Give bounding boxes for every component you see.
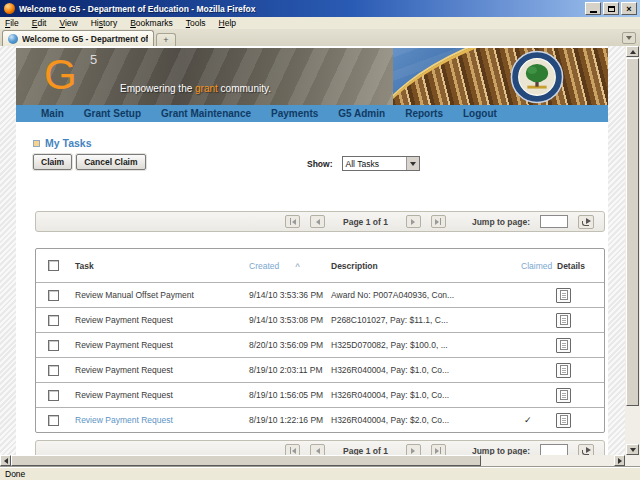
row-checkbox[interactable] xyxy=(48,390,59,401)
vertical-scrollbar[interactable] xyxy=(625,46,640,455)
table-row: Review Payment Request 8/19/10 1:22:16 P… xyxy=(36,407,604,432)
arrow-down-icon xyxy=(630,448,636,452)
tasks-table: Task Created^ Description Claimed Detail… xyxy=(35,248,605,433)
next-page-button[interactable] xyxy=(406,444,421,455)
page-favicon-icon xyxy=(8,34,18,44)
row-checkbox[interactable] xyxy=(48,315,59,326)
next-page-button[interactable] xyxy=(406,215,421,228)
list-all-tabs-button[interactable] xyxy=(622,32,636,44)
menu-item-help[interactable]: Help xyxy=(219,18,237,28)
status-text: Done xyxy=(5,469,25,479)
created-cell: 8/19/10 1:56:05 PM xyxy=(244,390,326,400)
show-filter: Show: All Tasks xyxy=(307,156,420,171)
banner-right-panel xyxy=(393,48,608,105)
tab-title: Welcome to G5 - Department of Edu... xyxy=(22,34,148,44)
details-button[interactable] xyxy=(556,338,571,353)
page-viewport: G 5 Empowering the grant community. xyxy=(0,46,625,455)
description-cell: H325D070082, Pay: $100.0, ... xyxy=(326,340,516,350)
task-cell: Review Payment Request xyxy=(70,365,244,375)
jump-to-page-label: Jump to page: xyxy=(472,446,530,456)
task-cell[interactable]: Review Payment Request xyxy=(70,415,244,425)
details-button[interactable] xyxy=(556,388,571,403)
menu-item-tools[interactable]: Tools xyxy=(186,18,206,28)
jump-to-page-input[interactable] xyxy=(540,444,568,455)
new-tab-button[interactable]: + xyxy=(156,33,176,46)
document-icon xyxy=(560,290,568,300)
col-header-claimed[interactable]: Claimed xyxy=(516,261,552,271)
vertical-scroll-thumb[interactable] xyxy=(626,58,639,406)
nav-item-grant-setup[interactable]: Grant Setup xyxy=(84,108,141,119)
first-page-button[interactable] xyxy=(285,215,300,228)
action-buttons: Claim Cancel Claim xyxy=(33,154,146,170)
pagination-bar-bottom: Page 1 of 1 Jump to page: xyxy=(35,440,605,455)
menu-item-edit[interactable]: Edit xyxy=(32,18,47,28)
col-header-task: Task xyxy=(70,261,244,271)
table-row: Review Payment Request 8/20/10 3:56:09 P… xyxy=(36,332,604,357)
table-body: Review Manual Offset Payment 9/14/10 3:5… xyxy=(36,282,604,432)
details-button[interactable] xyxy=(556,288,571,303)
scroll-up-button[interactable] xyxy=(626,46,639,57)
claim-button[interactable]: Claim xyxy=(33,154,72,170)
row-checkbox[interactable] xyxy=(48,415,59,426)
last-page-button[interactable] xyxy=(431,215,446,228)
minimize-button[interactable] xyxy=(585,2,601,15)
nav-item-reports[interactable]: Reports xyxy=(405,108,443,119)
jump-to-page-input[interactable] xyxy=(540,215,568,228)
prev-page-button[interactable] xyxy=(310,444,325,455)
details-button[interactable] xyxy=(556,313,571,328)
document-icon xyxy=(560,390,568,400)
nav-item-main[interactable]: Main xyxy=(41,108,64,119)
scroll-right-button[interactable] xyxy=(614,455,625,466)
select-all-checkbox[interactable] xyxy=(48,260,59,271)
status-bar: Done xyxy=(0,466,640,480)
scroll-down-button[interactable] xyxy=(626,444,639,455)
close-button[interactable]: × xyxy=(621,2,637,15)
col-header-description: Description xyxy=(326,261,516,271)
dept-of-education-seal-icon xyxy=(510,50,564,104)
nav-item-g5-admin[interactable]: G5 Admin xyxy=(338,108,385,119)
horizontal-scroll-thumb[interactable] xyxy=(11,455,481,466)
task-cell: Review Manual Offset Payment xyxy=(70,290,244,300)
table-header-row: Task Created^ Description Claimed Detail… xyxy=(36,249,604,282)
menu-item-history[interactable]: History xyxy=(91,18,117,28)
window-titlebar: Welcome to G5 - Department of Education … xyxy=(0,0,640,17)
show-dropdown[interactable]: All Tasks xyxy=(342,156,420,171)
document-icon xyxy=(560,415,568,425)
row-checkbox[interactable] xyxy=(48,340,59,351)
nav-item-payments[interactable]: Payments xyxy=(271,108,318,119)
jump-go-button[interactable] xyxy=(578,215,594,229)
restore-button[interactable] xyxy=(603,2,619,15)
scroll-left-button[interactable] xyxy=(0,455,11,466)
nav-item-grant-maintenance[interactable]: Grant Maintenance xyxy=(161,108,251,119)
arrow-up-icon xyxy=(630,50,636,54)
menu-item-file[interactable]: File xyxy=(5,18,19,28)
go-arrow-icon xyxy=(582,218,591,226)
menu-item-view[interactable]: View xyxy=(59,18,77,28)
menu-bar: FileEditViewHistoryBookmarksToolsHelp xyxy=(0,17,640,29)
cancel-claim-button[interactable]: Cancel Claim xyxy=(76,154,145,170)
dropdown-arrow-icon[interactable] xyxy=(406,157,419,170)
first-page-button[interactable] xyxy=(285,444,300,455)
browser-window: Welcome to G5 - Department of Education … xyxy=(0,0,640,480)
prev-page-button[interactable] xyxy=(310,215,325,228)
details-button[interactable] xyxy=(556,413,571,428)
tab-active[interactable]: Welcome to G5 - Department of Edu... xyxy=(2,30,154,46)
go-arrow-icon xyxy=(582,447,591,455)
horizontal-scrollbar[interactable] xyxy=(0,455,640,466)
arrow-right-icon xyxy=(618,458,622,464)
last-page-button[interactable] xyxy=(431,444,446,455)
document-icon xyxy=(560,315,568,325)
row-checkbox[interactable] xyxy=(48,365,59,376)
jump-go-button[interactable] xyxy=(578,444,594,456)
col-header-created[interactable]: Created^ xyxy=(244,261,326,271)
menu-item-bookmarks[interactable]: Bookmarks xyxy=(130,18,173,28)
pagination-bar-top: Page 1 of 1 Jump to page: xyxy=(35,211,605,232)
tab-bar: Welcome to G5 - Department of Edu... + xyxy=(0,29,640,46)
nav-item-logout[interactable]: Logout xyxy=(463,108,497,119)
page-indicator: Page 1 of 1 xyxy=(343,446,388,456)
row-checkbox[interactable] xyxy=(48,290,59,301)
task-cell: Review Payment Request xyxy=(70,340,244,350)
page-indicator: Page 1 of 1 xyxy=(343,217,388,227)
g5-banner: G 5 Empowering the grant community. xyxy=(16,48,608,105)
details-button[interactable] xyxy=(556,363,571,378)
